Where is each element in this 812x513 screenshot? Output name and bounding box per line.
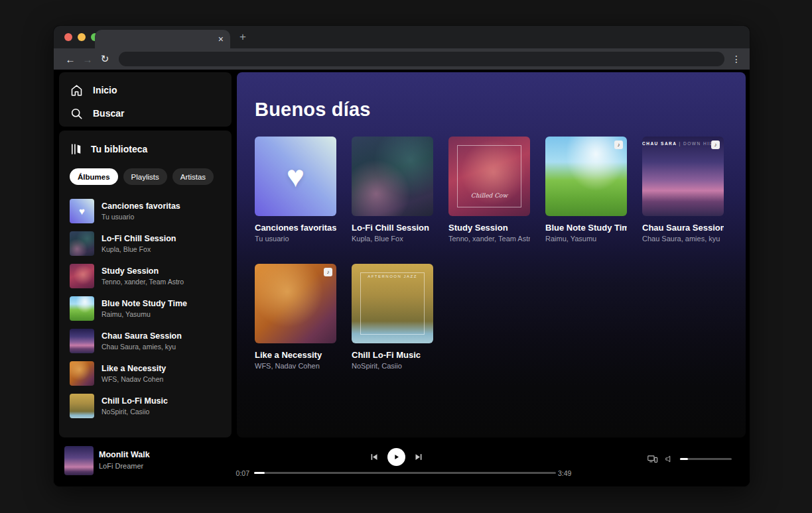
album-card[interactable]: ♪ CHAU SARA | DOWN HILL Chau Saura Sessi… xyxy=(642,137,724,243)
browser-menu-icon[interactable]: ⋮ xyxy=(731,54,742,64)
album-cover: Chilled Cow xyxy=(448,137,530,216)
search-icon xyxy=(70,107,84,121)
library-header[interactable]: Tu biblioteca xyxy=(70,141,221,157)
album-artists: WFS, Nadav Cohen xyxy=(255,362,336,370)
devices-icon[interactable] xyxy=(647,453,658,465)
album-card[interactable]: AFTERNOON JAZZ Chill Lo-Fi Music NoSpiri… xyxy=(352,264,433,370)
next-track-button[interactable] xyxy=(414,452,424,462)
browser-window: × + ← → ↻ ⋮ Inicio xyxy=(53,25,750,487)
now-playing-title: Moonlit Walk xyxy=(99,450,150,459)
list-item[interactable]: Study Session Tenno, xander, Team Astro xyxy=(70,260,221,292)
album-thumb xyxy=(70,329,94,353)
album-cover: AFTERNOON JAZZ xyxy=(352,264,433,343)
album-thumb xyxy=(70,264,94,288)
total-time: 3:49 xyxy=(558,469,571,477)
reload-icon[interactable]: ↻ xyxy=(96,53,113,65)
browser-toolbar: ← → ↻ ⋮ xyxy=(54,48,750,70)
home-icon xyxy=(70,84,84,97)
previous-track-button[interactable] xyxy=(369,452,379,462)
sidebar-library-card: Tu biblioteca Álbumes Playlists Artistas… xyxy=(59,131,232,437)
volume-slider[interactable] xyxy=(680,458,732,460)
album-cover: ♪ xyxy=(255,264,336,343)
note-badge-icon: ♪ xyxy=(324,268,332,276)
album-cover: ♥ xyxy=(255,137,336,216)
album-artists: Tu usuario xyxy=(255,235,336,243)
album-thumb: ♥ xyxy=(70,199,94,223)
next-icon xyxy=(414,452,424,462)
list-item[interactable]: Chau Saura Session Chau Saura, amies, ky… xyxy=(70,325,221,357)
address-bar[interactable] xyxy=(119,52,724,66)
list-item[interactable]: Like a Necessity WFS, Nadav Cohen xyxy=(70,357,221,390)
new-tab-button[interactable]: + xyxy=(239,31,246,42)
page-title: Buenos días xyxy=(255,99,371,121)
sidebar-nav-card: Inicio Buscar xyxy=(59,72,232,127)
filter-chip-playlists[interactable]: Playlists xyxy=(123,168,167,185)
list-item[interactable]: Chill Lo-Fi Music NoSpirit, Casiio xyxy=(70,390,221,422)
main-panel: Buenos días ♥ Canciones favoritas Tu usu… xyxy=(237,72,746,437)
list-item-subtitle: Raimu, Yasumu xyxy=(102,310,187,318)
desktop: × + ← → ↻ ⋮ Inicio xyxy=(0,0,812,513)
list-item-subtitle: Chau Saura, amies, kyu xyxy=(102,343,182,351)
album-artists: Chau Saura, amies, kyu xyxy=(642,235,724,243)
list-item-title: Chau Saura Session xyxy=(102,331,182,341)
list-item-subtitle: NoSpirit, Casiio xyxy=(102,408,168,416)
now-playing-art xyxy=(64,446,94,475)
volume-icon[interactable] xyxy=(664,454,674,464)
play-icon xyxy=(392,453,401,461)
play-button[interactable] xyxy=(387,448,405,466)
album-card[interactable]: Chilled Cow Study Session Tenno, xander,… xyxy=(448,137,530,243)
list-item-title: Lo-Fi Chill Session xyxy=(102,234,176,243)
album-cover xyxy=(352,137,433,216)
back-icon[interactable]: ← xyxy=(62,54,79,65)
album-title: Chill Lo-Fi Music xyxy=(352,350,433,360)
album-thumb xyxy=(70,231,94,256)
tab-strip: × + xyxy=(54,26,750,48)
album-thumb xyxy=(70,361,94,386)
list-item-subtitle: WFS, Nadav Cohen xyxy=(102,375,166,383)
previous-icon xyxy=(369,452,379,462)
list-item[interactable]: Blue Note Study Time Raimu, Yasumu xyxy=(70,292,221,325)
sidebar-item-buscar[interactable]: Buscar xyxy=(70,105,221,122)
library-icon xyxy=(70,142,83,156)
filter-chip-albumes[interactable]: Álbumes xyxy=(70,168,118,185)
library-filters: Álbumes Playlists Artistas xyxy=(70,168,221,185)
volume-fill xyxy=(680,458,688,460)
tab-close-icon[interactable]: × xyxy=(218,34,224,44)
album-card[interactable]: ♥ Canciones favoritas Tu usuario xyxy=(255,137,336,243)
progress-fill xyxy=(254,472,265,474)
album-card[interactable]: ♪ Blue Note Study Time Raimu, Yasumu xyxy=(545,137,627,243)
cover-topline: CHAU SARA | DOWN HILL xyxy=(642,141,710,146)
list-item[interactable]: Lo-Fi Chill Session Kupla, Blue Fox xyxy=(70,227,221,260)
minimize-window-button[interactable] xyxy=(78,33,86,41)
album-cover: ♪ CHAU SARA | DOWN HILL xyxy=(642,137,724,216)
elapsed-time: 0:07 xyxy=(220,469,249,477)
list-item[interactable]: ♥ Canciones favoritas Tu usuario xyxy=(70,195,221,227)
close-window-button[interactable] xyxy=(64,33,72,41)
player-bar: Moonlit Walk LoFi Dreamer xyxy=(59,441,746,485)
list-item-title: Blue Note Study Time xyxy=(102,299,187,308)
album-title: Blue Note Study Time xyxy=(545,223,627,233)
forward-icon[interactable]: → xyxy=(79,54,96,65)
window-controls xyxy=(64,33,99,41)
filter-chip-artistas[interactable]: Artistas xyxy=(172,168,214,185)
album-artists: Kupla, Blue Fox xyxy=(352,235,433,243)
browser-tab[interactable]: × xyxy=(95,30,230,48)
library-list: ♥ Canciones favoritas Tu usuario Lo-Fi C… xyxy=(70,195,221,422)
album-artists: Raimu, Yasumu xyxy=(545,235,627,243)
album-card[interactable]: ♪ Like a Necessity WFS, Nadav Cohen xyxy=(255,264,336,370)
album-card[interactable]: Lo-Fi Chill Session Kupla, Blue Fox xyxy=(352,137,433,243)
list-item-title: Chill Lo-Fi Music xyxy=(102,396,168,406)
sidebar-item-label: Inicio xyxy=(93,85,117,95)
note-badge-icon: ♪ xyxy=(614,141,623,149)
progress-bar[interactable] xyxy=(254,472,556,474)
album-title: Study Session xyxy=(448,223,530,233)
cover-frame-label: AFTERNOON JAZZ xyxy=(352,274,433,278)
heart-icon: ♥ xyxy=(79,206,85,216)
sidebar-item-inicio[interactable]: Inicio xyxy=(70,82,221,99)
list-item-subtitle: Tenno, xander, Team Astro xyxy=(102,278,184,286)
library-label: Tu biblioteca xyxy=(91,144,147,154)
cover-script-label: Chilled Cow xyxy=(448,192,530,199)
cover-artist-label: CHAU SARA xyxy=(642,141,677,146)
list-item-title: Canciones favoritas xyxy=(102,201,180,211)
cover-title-label: | DOWN HILL xyxy=(679,141,716,146)
